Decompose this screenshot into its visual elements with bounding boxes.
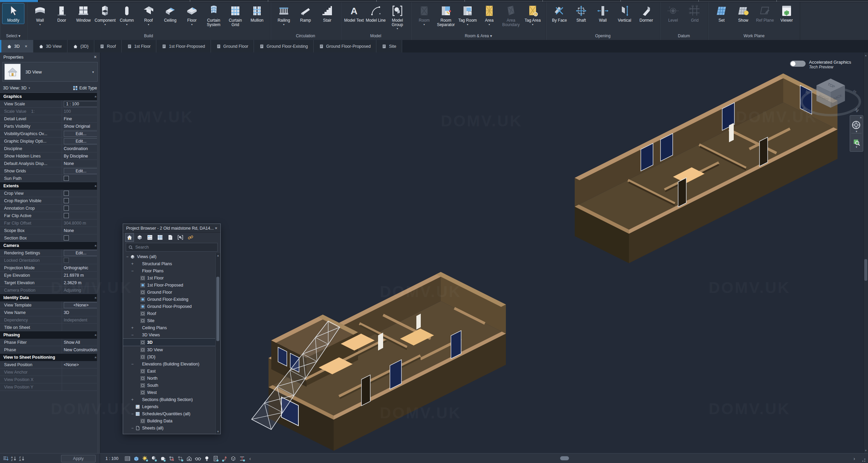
tree-expander-icon[interactable]: +	[130, 397, 135, 402]
tree-item-ground-floor-proposed[interactable]: Ground Floor-Proposed	[123, 303, 216, 310]
tree-item-3d-view[interactable]: 3D View	[123, 346, 216, 353]
vertical-button[interactable]: Vertical	[614, 3, 635, 24]
tree-expander-icon[interactable]: −	[125, 254, 130, 259]
tree-scroll-down-icon[interactable]: ▾	[216, 430, 220, 433]
property-value[interactable]: 21.6978 m	[62, 272, 100, 279]
door-button[interactable]: Door	[51, 3, 73, 24]
sort-az-icon[interactable]: AZ	[10, 455, 17, 462]
value-input[interactable]: 1 : 100	[64, 101, 98, 107]
view-tab-ground-floor-existing[interactable]: Ground Floor-Existing	[254, 40, 314, 52]
rendering-dialog-icon[interactable]	[159, 455, 166, 462]
type-selector-dropdown-icon[interactable]: ▾	[89, 70, 97, 74]
value-checkbox[interactable]	[64, 206, 69, 211]
show-button[interactable]: Show	[732, 3, 754, 24]
sun-path-icon[interactable]	[142, 455, 149, 462]
value-checkbox[interactable]	[64, 176, 69, 181]
section-header-phasing[interactable]: Phasing»	[0, 331, 100, 339]
browser-search-field[interactable]: Search	[126, 243, 218, 252]
ramp-button[interactable]: Ramp	[295, 3, 316, 24]
detail-level-icon[interactable]	[124, 455, 131, 462]
tree-item-3d-views[interactable]: −3D Views	[123, 331, 216, 338]
column-button[interactable]: Column▾	[116, 3, 138, 27]
property-value[interactable]: None	[62, 160, 100, 167]
section-header-graphics[interactable]: Graphics»	[0, 93, 100, 100]
tree-scroll-thumb[interactable]	[216, 277, 219, 341]
section-header-extents[interactable]: Extents»	[0, 182, 100, 190]
property-value[interactable]: None	[62, 227, 100, 234]
tree-expander-icon[interactable]: −	[130, 426, 135, 430]
floor-button[interactable]: Floor▾	[181, 3, 203, 27]
ribbon-group-label[interactable]: Room & Area ▾	[411, 33, 546, 40]
sort-za-icon[interactable]: ZA	[18, 455, 25, 462]
scroll-right-icon[interactable]: ›	[853, 456, 855, 461]
tree-expander-icon[interactable]: +	[130, 325, 135, 330]
value-checkbox[interactable]	[64, 235, 69, 240]
tree-item-north[interactable]: North	[123, 375, 216, 382]
window-button[interactable]: Window	[73, 3, 94, 24]
stair-button[interactable]: Stair	[316, 3, 338, 24]
section-header-camera[interactable]: Camera»	[0, 242, 100, 249]
tree-scroll-up-icon[interactable]: ▴	[216, 254, 220, 257]
property-value[interactable]: Orthographic	[62, 264, 100, 271]
section-header-identity-data[interactable]: Identity Data»	[0, 294, 100, 301]
browser-tree-scrollbar[interactable]: ▴ ▾	[215, 253, 220, 434]
area-button[interactable]: Area▾	[478, 3, 500, 27]
property-value[interactable]	[62, 324, 100, 331]
project-browser-close-icon[interactable]: ×	[215, 226, 217, 231]
tag-room-button[interactable]: 1Tag Room▾	[457, 3, 478, 27]
value-button[interactable]: Edit...	[64, 250, 98, 256]
model-line-button[interactable]: Model Line	[365, 3, 387, 24]
value-button[interactable]: Edit...	[64, 131, 98, 137]
tree-item-1st-floor-proposed[interactable]: 1st Floor-Proposed	[123, 281, 216, 289]
browser-tool-legends-icon[interactable]	[145, 233, 154, 242]
tree-expander-icon[interactable]: −	[130, 269, 135, 273]
horizontal-scroll-thumb[interactable]	[560, 456, 569, 460]
tree-expander-icon[interactable]: +	[130, 261, 135, 266]
tree-expander-icon[interactable]: −	[130, 362, 135, 366]
view-tab-roof[interactable]: Roof	[94, 40, 121, 52]
wall-button[interactable]: Wall▾	[29, 3, 51, 27]
tree-item-ground-floor-existing[interactable]: Ground Floor-Existing	[123, 296, 216, 303]
model-text-button[interactable]: AModel Text	[343, 3, 365, 24]
tree-item-schedules-quantities-all[interactable]: −Schedules/Quantities (all)	[123, 410, 216, 417]
view-tab-ground-floor[interactable]: Ground Floor	[211, 40, 254, 52]
tree-item-3d[interactable]: 3D	[123, 338, 216, 346]
section-header-view-to-sheet-positioning[interactable]: View to Sheet Positioning»	[0, 354, 100, 361]
property-value[interactable]: 3D	[62, 309, 100, 316]
wall-button[interactable]: Wall	[592, 3, 614, 24]
shaft-button[interactable]: Shaft	[570, 3, 592, 24]
view-scale-control[interactable]: 1 : 100	[105, 456, 118, 461]
modify-button[interactable]: Modify	[2, 3, 24, 24]
apply-button[interactable]: Apply	[61, 455, 96, 462]
browser-tool-home-icon[interactable]	[125, 233, 134, 242]
railing-button[interactable]: Railing▾	[273, 3, 295, 27]
view-tab-1st-floor[interactable]: 1st Floor	[122, 40, 157, 52]
view-tab--3d-[interactable]: {3D}	[67, 40, 94, 52]
property-value[interactable]: 2.3629 m	[62, 279, 100, 286]
tree-item-south[interactable]: South	[123, 382, 216, 389]
tag-area-button[interactable]: 1Tag Area▾	[522, 3, 544, 27]
browser-tool-links-icon[interactable]	[186, 233, 195, 242]
by-face-button[interactable]: By Face	[549, 3, 570, 24]
tree-item-sections-building-section[interactable]: +Sections (Building Section)	[123, 396, 216, 403]
properties-scrollbar[interactable]	[97, 90, 100, 453]
scroll-down-icon[interactable]: ▾	[864, 449, 868, 452]
curtain-grid-button[interactable]: Curtain Grid	[224, 3, 246, 28]
tree-item-floor-plans[interactable]: −Floor Plans	[123, 267, 216, 274]
roof-button[interactable]: Roof▾	[138, 3, 159, 27]
property-value[interactable]: Fine	[62, 115, 100, 122]
value-button[interactable]: Edit...	[64, 138, 98, 144]
tree-item-1st-floor[interactable]: 1st Floor	[123, 274, 216, 281]
tree-item-ground-floor[interactable]: Ground Floor	[123, 289, 216, 296]
sort-list-icon[interactable]	[2, 455, 9, 462]
room-separator-button[interactable]: Room Separator	[435, 3, 457, 28]
property-value[interactable]: Coordination	[62, 145, 100, 152]
mullion-button[interactable]: Mullion	[246, 3, 268, 24]
vertical-scroll-thumb[interactable]	[864, 259, 867, 281]
set-button[interactable]: Set	[711, 3, 732, 24]
viewer-button[interactable]: Viewer	[776, 3, 797, 24]
curtain-system-button[interactable]: Curtain System	[203, 3, 224, 28]
ceiling-button[interactable]: Ceiling	[159, 3, 181, 24]
tab-close-icon[interactable]: ×	[25, 44, 27, 49]
view-tab-1st-floor-proposed[interactable]: 1st Floor-Proposed	[156, 40, 211, 52]
